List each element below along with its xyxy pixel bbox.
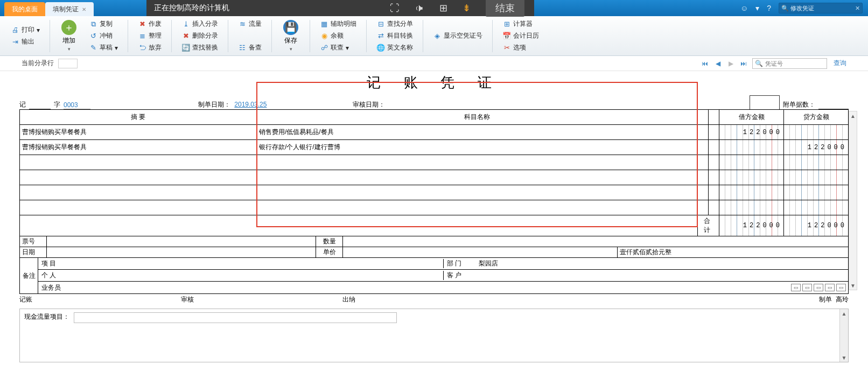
tab-voucher[interactable]: 填制凭证✕ xyxy=(45,2,94,16)
end-button[interactable]: 结束 xyxy=(486,0,524,17)
tool-icon[interactable]: ▭ xyxy=(791,284,801,291)
qty-value[interactable] xyxy=(343,236,848,247)
balance-button[interactable]: ◉余额 xyxy=(320,31,356,41)
find-replace-button[interactable]: 🔄查找替换 xyxy=(181,43,218,53)
save-icon: 💾 xyxy=(283,20,298,35)
void-button[interactable]: ✖作废 xyxy=(138,19,162,30)
abandon-button[interactable]: ⮌放弃 xyxy=(138,43,162,53)
calculator-button[interactable]: ⊞计算器 xyxy=(502,19,539,30)
convert-icon: ⇄ xyxy=(376,32,385,40)
summary-cell[interactable]: 曹博报销购买早餐餐具 xyxy=(20,125,257,140)
subject-cell[interactable] xyxy=(257,170,698,185)
table-row[interactable] xyxy=(20,185,849,200)
last-button[interactable]: ⏭ xyxy=(739,59,748,68)
voucher-type-blank[interactable] xyxy=(29,101,51,109)
tidy-button[interactable]: ≣整理 xyxy=(138,31,162,41)
window-icon[interactable]: ⊞ xyxy=(439,2,447,14)
prev-button[interactable]: ◀ xyxy=(713,59,722,68)
related-query-button[interactable]: ☍联查 ▾ xyxy=(320,43,356,53)
make-date-value[interactable]: 2019.03.25 xyxy=(234,101,267,108)
subject-cell[interactable] xyxy=(257,200,698,215)
smile-icon[interactable]: ☺ xyxy=(740,4,748,12)
current-line-input[interactable] xyxy=(58,59,78,68)
table-row[interactable] xyxy=(20,155,849,170)
subject-cell[interactable] xyxy=(257,155,698,170)
attach-count[interactable] xyxy=(818,101,849,109)
voucher-no-input[interactable] xyxy=(765,60,824,67)
make-date-label: 制单日期： xyxy=(198,101,230,108)
date-value[interactable] xyxy=(47,247,316,257)
title-right: ☺ ▾ ? 🔍 ✕ xyxy=(740,0,868,16)
ribbon: 🖨打印 ▾ ⇥输出 ＋增加▾ ⧉复制 ↺冲销 ✎草稿 ▾ ✖作废 ≣整理 ⮌放弃… xyxy=(0,16,868,56)
flow-button[interactable]: ≋流量 xyxy=(238,19,262,30)
add-button[interactable]: ＋增加▾ xyxy=(57,20,81,52)
fullscreen-icon[interactable]: ⛶ xyxy=(390,3,400,14)
output-button[interactable]: ⇥输出 xyxy=(11,37,40,47)
scrollbar[interactable]: ▲ ▼ xyxy=(839,309,848,362)
table-row[interactable]: 曹博报销购买早餐餐具 银行存款/个人银行/建行曹博 122000 xyxy=(20,140,849,155)
tool-icon[interactable]: ▭ xyxy=(836,284,846,291)
table-row[interactable] xyxy=(20,200,849,215)
query-link[interactable]: 查询 xyxy=(834,59,846,68)
cashflow-input[interactable] xyxy=(74,312,397,323)
top-search[interactable]: 🔍 ✕ xyxy=(779,3,863,13)
scroll-up-icon[interactable]: ▲ xyxy=(849,111,857,120)
table-row[interactable] xyxy=(20,170,849,185)
signature-row: 记账 审核 出纳 制单 高玲 xyxy=(19,294,849,305)
voucher-grid: 摘 要 科目名称 借方金额 贷方金额 曹博报销购买早餐餐具 销售费用/低值易耗品… xyxy=(19,109,849,236)
next-button[interactable]: ▶ xyxy=(726,59,735,68)
subject-convert-button[interactable]: ⇄科目转换 xyxy=(376,31,413,41)
scroll-down-icon[interactable]: ▼ xyxy=(849,281,857,290)
summary-cell[interactable]: 曹博报销购买早餐餐具 xyxy=(20,140,257,155)
subject-cell[interactable] xyxy=(257,185,698,200)
english-name-button[interactable]: 🌐英文名称 xyxy=(376,43,413,53)
tab-desktop[interactable]: 我的桌面 xyxy=(4,2,45,16)
price-value[interactable] xyxy=(343,247,618,257)
clear-icon[interactable]: ✕ xyxy=(855,5,860,12)
tool-icon[interactable]: ▭ xyxy=(802,284,812,291)
offset-button[interactable]: ↺冲销 xyxy=(89,31,118,41)
print-button[interactable]: 🖨打印 ▾ xyxy=(11,25,40,36)
summary-cell[interactable] xyxy=(20,185,257,200)
scroll-up-icon[interactable]: ▲ xyxy=(840,309,848,318)
close-icon[interactable]: ✕ xyxy=(82,6,86,12)
first-button[interactable]: ⏮ xyxy=(701,59,709,68)
options-button[interactable]: ✂选项 xyxy=(502,43,539,53)
bill-no-value[interactable] xyxy=(47,236,316,247)
scroll-down-icon[interactable]: ▼ xyxy=(840,353,848,362)
offset-icon: ↺ xyxy=(89,32,97,40)
dropdown-icon[interactable]: ▾ xyxy=(755,4,759,12)
pin-icon[interactable]: ⇟ xyxy=(463,2,471,14)
top-search-input[interactable] xyxy=(790,5,855,11)
split-icon: ⊟ xyxy=(376,20,385,29)
backup-button[interactable]: ☷备查 xyxy=(238,43,262,53)
delete-entry-button[interactable]: ✖删除分录 xyxy=(181,31,218,41)
voucher-number[interactable]: 0003 xyxy=(64,101,90,109)
table-row[interactable]: 曹博报销购买早餐餐具 销售费用/低值易耗品/餐具 122000 xyxy=(20,125,849,140)
insert-entry-button[interactable]: ⤓插入分录 xyxy=(181,19,218,30)
tidy-icon: ≣ xyxy=(138,32,146,40)
summary-cell[interactable] xyxy=(20,200,257,215)
help-icon[interactable]: ? xyxy=(767,4,771,12)
draft-button[interactable]: ✎草稿 ▾ xyxy=(89,43,118,53)
summary-cell[interactable] xyxy=(20,155,257,170)
sound-icon[interactable]: 🕩 xyxy=(415,3,424,14)
subject-cell[interactable]: 银行存款/个人银行/建行曹博 xyxy=(257,140,698,155)
aux-detail-button[interactable]: ▦辅助明细 xyxy=(320,19,356,30)
show-empty-button[interactable]: ◈显示空凭证号 xyxy=(433,31,482,41)
tool-icon[interactable]: ▭ xyxy=(825,284,835,291)
calendar-button[interactable]: 📅会计日历 xyxy=(502,31,539,41)
outer-scrollbar[interactable]: ▲ ▼ xyxy=(849,111,857,290)
coin-icon: ◉ xyxy=(320,32,328,40)
save-button[interactable]: 💾保存▾ xyxy=(278,20,303,52)
plus-icon: ＋ xyxy=(61,20,76,35)
copy-button[interactable]: ⧉复制 xyxy=(89,19,118,30)
tool-icon[interactable]: ▭ xyxy=(814,284,823,291)
dept-value[interactable]: 梨园店 xyxy=(475,259,848,268)
search-icon: 🔍 xyxy=(755,60,763,67)
subject-cell[interactable]: 销售费用/低值易耗品/餐具 xyxy=(257,125,698,140)
person-label: 个 人 xyxy=(38,271,71,280)
summary-cell[interactable] xyxy=(20,170,257,185)
voucher-no-search[interactable]: 🔍 xyxy=(752,58,827,69)
find-split-button[interactable]: ⊟查找分单 xyxy=(376,19,413,30)
